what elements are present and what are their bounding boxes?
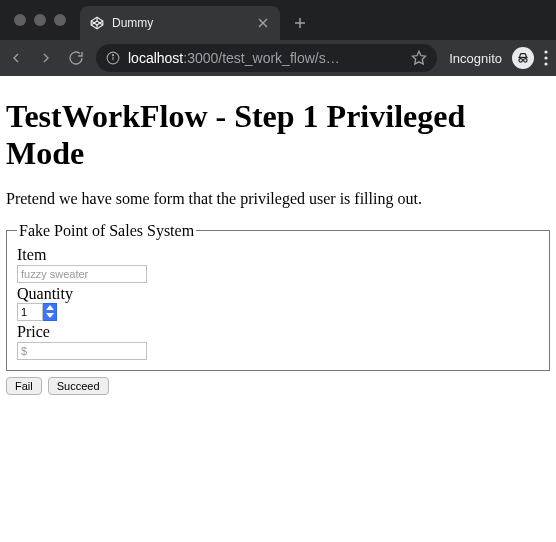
toolbar-right: Incognito (449, 47, 548, 69)
address-bar[interactable]: localhost:3000/test_work_flow/s… (96, 44, 437, 72)
button-row: Fail Succeed (6, 377, 550, 395)
browser-chrome: Dummy (0, 0, 556, 76)
url-path: :3000/test_work_flow/s… (183, 50, 339, 66)
svg-point-13 (544, 50, 547, 53)
back-icon[interactable] (8, 50, 24, 66)
codepen-icon (90, 16, 104, 30)
svg-marker-17 (46, 313, 54, 318)
fieldset-legend: Fake Point of Sales System (17, 222, 196, 240)
window-close-icon[interactable] (14, 14, 26, 26)
svg-point-11 (519, 59, 523, 63)
price-label: Price (17, 323, 539, 341)
step-down-icon[interactable] (43, 312, 56, 320)
url-text: localhost:3000/test_work_flow/s… (128, 50, 403, 66)
page-title: TestWorkFlow - Step 1 Privileged Mode (6, 98, 550, 172)
svg-point-14 (544, 56, 547, 59)
nav-buttons (8, 50, 84, 66)
incognito-label: Incognito (449, 51, 502, 66)
stepper-buttons (43, 303, 57, 321)
step-up-icon[interactable] (43, 304, 56, 312)
browser-toolbar: localhost:3000/test_work_flow/s… Incogni… (0, 40, 556, 76)
quantity-stepper[interactable] (17, 303, 539, 321)
quantity-input[interactable] (17, 303, 43, 321)
reload-icon[interactable] (68, 50, 84, 66)
url-host: localhost (128, 50, 183, 66)
bookmark-icon[interactable] (411, 50, 427, 66)
browser-tab[interactable]: Dummy (80, 6, 280, 40)
item-input[interactable] (17, 265, 147, 283)
item-label: Item (17, 246, 539, 264)
svg-marker-10 (413, 51, 426, 64)
window-zoom-icon[interactable] (54, 14, 66, 26)
page-body: TestWorkFlow - Step 1 Privileged Mode Pr… (0, 76, 556, 403)
fail-button[interactable]: Fail (6, 377, 42, 395)
forward-icon[interactable] (38, 50, 54, 66)
site-info-icon[interactable] (106, 51, 120, 65)
svg-point-12 (524, 59, 528, 63)
svg-marker-16 (46, 305, 54, 310)
svg-point-9 (112, 55, 113, 56)
window-controls (8, 14, 72, 26)
tab-strip: Dummy (0, 0, 556, 40)
succeed-button[interactable]: Succeed (48, 377, 109, 395)
price-input[interactable] (17, 342, 147, 360)
tab-title: Dummy (112, 16, 248, 30)
quantity-label: Quantity (17, 285, 539, 303)
pos-fieldset: Fake Point of Sales System Item Quantity… (6, 222, 550, 371)
svg-point-15 (544, 62, 547, 65)
incognito-icon[interactable] (512, 47, 534, 69)
window-minimize-icon[interactable] (34, 14, 46, 26)
intro-text: Pretend we have some form that the privi… (6, 190, 550, 208)
new-tab-button[interactable] (288, 11, 312, 35)
close-icon[interactable] (256, 16, 270, 30)
menu-icon[interactable] (544, 50, 548, 66)
